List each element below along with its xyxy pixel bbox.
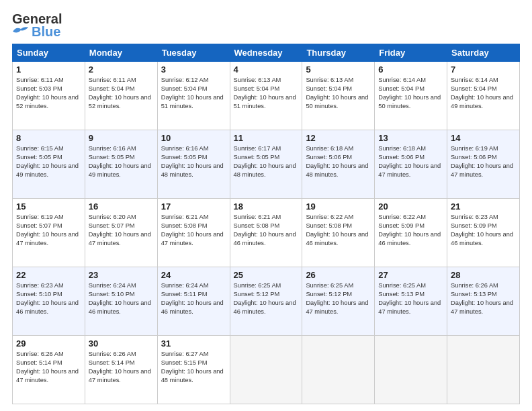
day-number: 8 bbox=[16, 133, 81, 143]
cell-details: Sunrise: 6:26 AMSunset: 5:13 PMDaylight:… bbox=[451, 282, 513, 315]
calendar-cell: 19 Sunrise: 6:22 AMSunset: 5:08 PMDaylig… bbox=[302, 199, 375, 267]
bird-icon bbox=[12, 26, 30, 38]
cell-details: Sunrise: 6:14 AMSunset: 5:04 PMDaylight:… bbox=[378, 77, 441, 109]
day-number: 17 bbox=[161, 201, 226, 212]
calendar-cell: 15 Sunrise: 6:19 AMSunset: 5:07 PMDaylig… bbox=[13, 199, 85, 267]
day-number: 26 bbox=[306, 270, 371, 280]
day-number: 11 bbox=[234, 133, 299, 143]
cell-details: Sunrise: 6:23 AMSunset: 5:09 PMDaylight:… bbox=[451, 214, 513, 246]
calendar-header-tuesday: Tuesday bbox=[157, 44, 230, 62]
cell-details: Sunrise: 6:26 AMSunset: 5:14 PMDaylight:… bbox=[16, 351, 79, 383]
day-number: 18 bbox=[234, 201, 299, 212]
calendar-cell bbox=[447, 336, 520, 404]
calendar-cell: 24 Sunrise: 6:24 AMSunset: 5:11 PMDaylig… bbox=[157, 267, 230, 336]
calendar-cell bbox=[375, 336, 447, 404]
day-number: 6 bbox=[378, 64, 443, 75]
cell-details: Sunrise: 6:24 AMSunset: 5:10 PMDaylight:… bbox=[89, 282, 151, 315]
cell-details: Sunrise: 6:21 AMSunset: 5:08 PMDaylight:… bbox=[161, 214, 224, 246]
cell-details: Sunrise: 6:13 AMSunset: 5:04 PMDaylight:… bbox=[234, 77, 296, 109]
calendar-week-row: 22 Sunrise: 6:23 AMSunset: 5:10 PMDaylig… bbox=[13, 267, 520, 336]
cell-details: Sunrise: 6:25 AMSunset: 5:12 PMDaylight:… bbox=[234, 282, 296, 315]
day-number: 28 bbox=[451, 270, 516, 280]
cell-details: Sunrise: 6:18 AMSunset: 5:06 PMDaylight:… bbox=[306, 145, 368, 178]
calendar-week-row: 29 Sunrise: 6:26 AMSunset: 5:14 PMDaylig… bbox=[13, 336, 520, 404]
day-number: 5 bbox=[306, 64, 371, 75]
calendar-cell: 14 Sunrise: 6:19 AMSunset: 5:06 PMDaylig… bbox=[447, 130, 520, 199]
calendar-cell: 6 Sunrise: 6:14 AMSunset: 5:04 PMDayligh… bbox=[375, 62, 447, 130]
day-number: 10 bbox=[161, 133, 226, 143]
calendar-cell: 5 Sunrise: 6:13 AMSunset: 5:04 PMDayligh… bbox=[302, 62, 375, 130]
cell-details: Sunrise: 6:22 AMSunset: 5:09 PMDaylight:… bbox=[378, 214, 441, 246]
calendar-cell bbox=[302, 336, 375, 404]
day-number: 1 bbox=[16, 64, 81, 75]
cell-details: Sunrise: 6:27 AMSunset: 5:15 PMDaylight:… bbox=[161, 351, 224, 383]
cell-details: Sunrise: 6:19 AMSunset: 5:07 PMDaylight:… bbox=[16, 214, 79, 246]
calendar-cell: 29 Sunrise: 6:26 AMSunset: 5:14 PMDaylig… bbox=[13, 336, 85, 404]
day-number: 2 bbox=[89, 64, 154, 75]
logo-blue-text: Blue bbox=[32, 25, 60, 38]
calendar-cell: 28 Sunrise: 6:26 AMSunset: 5:13 PMDaylig… bbox=[447, 267, 520, 336]
calendar-cell: 25 Sunrise: 6:25 AMSunset: 5:12 PMDaylig… bbox=[230, 267, 302, 336]
cell-details: Sunrise: 6:25 AMSunset: 5:12 PMDaylight:… bbox=[306, 282, 368, 315]
cell-details: Sunrise: 6:24 AMSunset: 5:11 PMDaylight:… bbox=[161, 282, 224, 315]
calendar-cell: 9 Sunrise: 6:16 AMSunset: 5:05 PMDayligh… bbox=[85, 130, 157, 199]
day-number: 21 bbox=[451, 201, 516, 212]
day-number: 12 bbox=[306, 133, 371, 143]
calendar-cell: 20 Sunrise: 6:22 AMSunset: 5:09 PMDaylig… bbox=[375, 199, 447, 267]
calendar-cell: 8 Sunrise: 6:15 AMSunset: 5:05 PMDayligh… bbox=[13, 130, 85, 199]
calendar-cell: 26 Sunrise: 6:25 AMSunset: 5:12 PMDaylig… bbox=[302, 267, 375, 336]
day-number: 9 bbox=[89, 133, 154, 143]
day-number: 30 bbox=[89, 338, 154, 349]
calendar-cell: 7 Sunrise: 6:14 AMSunset: 5:04 PMDayligh… bbox=[447, 62, 520, 130]
calendar-cell: 22 Sunrise: 6:23 AMSunset: 5:10 PMDaylig… bbox=[13, 267, 85, 336]
calendar-cell bbox=[230, 336, 302, 404]
calendar-header-friday: Friday bbox=[375, 44, 447, 62]
cell-details: Sunrise: 6:12 AMSunset: 5:04 PMDaylight:… bbox=[161, 77, 224, 109]
calendar-cell: 21 Sunrise: 6:23 AMSunset: 5:09 PMDaylig… bbox=[447, 199, 520, 267]
calendar-cell: 1 Sunrise: 6:11 AMSunset: 5:03 PMDayligh… bbox=[13, 62, 85, 130]
calendar-cell: 27 Sunrise: 6:25 AMSunset: 5:13 PMDaylig… bbox=[375, 267, 447, 336]
cell-details: Sunrise: 6:11 AMSunset: 5:03 PMDaylight:… bbox=[16, 77, 79, 109]
calendar-cell: 13 Sunrise: 6:18 AMSunset: 5:06 PMDaylig… bbox=[375, 130, 447, 199]
day-number: 3 bbox=[161, 64, 226, 75]
calendar-table: SundayMondayTuesdayWednesdayThursdayFrid… bbox=[12, 44, 520, 404]
calendar-header-monday: Monday bbox=[85, 44, 157, 62]
cell-details: Sunrise: 6:18 AMSunset: 5:06 PMDaylight:… bbox=[378, 145, 441, 178]
day-number: 16 bbox=[89, 201, 154, 212]
calendar-cell: 18 Sunrise: 6:21 AMSunset: 5:08 PMDaylig… bbox=[230, 199, 302, 267]
day-number: 31 bbox=[161, 338, 226, 349]
calendar-cell: 30 Sunrise: 6:26 AMSunset: 5:14 PMDaylig… bbox=[85, 336, 157, 404]
page: General Blue SundayMondayTuesdayWednesda… bbox=[0, 0, 532, 411]
calendar-cell: 17 Sunrise: 6:21 AMSunset: 5:08 PMDaylig… bbox=[157, 199, 230, 267]
calendar-cell: 3 Sunrise: 6:12 AMSunset: 5:04 PMDayligh… bbox=[157, 62, 230, 130]
day-number: 22 bbox=[16, 270, 81, 280]
logo: General Blue bbox=[12, 12, 62, 38]
header: General Blue bbox=[12, 12, 520, 38]
calendar-week-row: 15 Sunrise: 6:19 AMSunset: 5:07 PMDaylig… bbox=[13, 199, 520, 267]
cell-details: Sunrise: 6:22 AMSunset: 5:08 PMDaylight:… bbox=[306, 214, 368, 246]
calendar-header-sunday: Sunday bbox=[13, 44, 85, 62]
cell-details: Sunrise: 6:16 AMSunset: 5:05 PMDaylight:… bbox=[89, 145, 151, 178]
cell-details: Sunrise: 6:15 AMSunset: 5:05 PMDaylight:… bbox=[16, 145, 79, 178]
calendar-week-row: 1 Sunrise: 6:11 AMSunset: 5:03 PMDayligh… bbox=[13, 62, 520, 130]
day-number: 7 bbox=[451, 64, 516, 75]
calendar-cell: 31 Sunrise: 6:27 AMSunset: 5:15 PMDaylig… bbox=[157, 336, 230, 404]
calendar-cell: 12 Sunrise: 6:18 AMSunset: 5:06 PMDaylig… bbox=[302, 130, 375, 199]
calendar-cell: 4 Sunrise: 6:13 AMSunset: 5:04 PMDayligh… bbox=[230, 62, 302, 130]
cell-details: Sunrise: 6:13 AMSunset: 5:04 PMDaylight:… bbox=[306, 77, 368, 109]
calendar-cell: 16 Sunrise: 6:20 AMSunset: 5:07 PMDaylig… bbox=[85, 199, 157, 267]
cell-details: Sunrise: 6:16 AMSunset: 5:05 PMDaylight:… bbox=[161, 145, 224, 178]
day-number: 13 bbox=[378, 133, 443, 143]
cell-details: Sunrise: 6:17 AMSunset: 5:05 PMDaylight:… bbox=[234, 145, 296, 178]
cell-details: Sunrise: 6:21 AMSunset: 5:08 PMDaylight:… bbox=[234, 214, 296, 246]
day-number: 20 bbox=[378, 201, 443, 212]
day-number: 27 bbox=[378, 270, 443, 280]
day-number: 29 bbox=[16, 338, 81, 349]
cell-details: Sunrise: 6:23 AMSunset: 5:10 PMDaylight:… bbox=[16, 282, 79, 315]
day-number: 25 bbox=[234, 270, 299, 280]
day-number: 15 bbox=[16, 201, 81, 212]
day-number: 14 bbox=[451, 133, 516, 143]
cell-details: Sunrise: 6:25 AMSunset: 5:13 PMDaylight:… bbox=[378, 282, 441, 315]
calendar-cell: 23 Sunrise: 6:24 AMSunset: 5:10 PMDaylig… bbox=[85, 267, 157, 336]
day-number: 19 bbox=[306, 201, 371, 212]
